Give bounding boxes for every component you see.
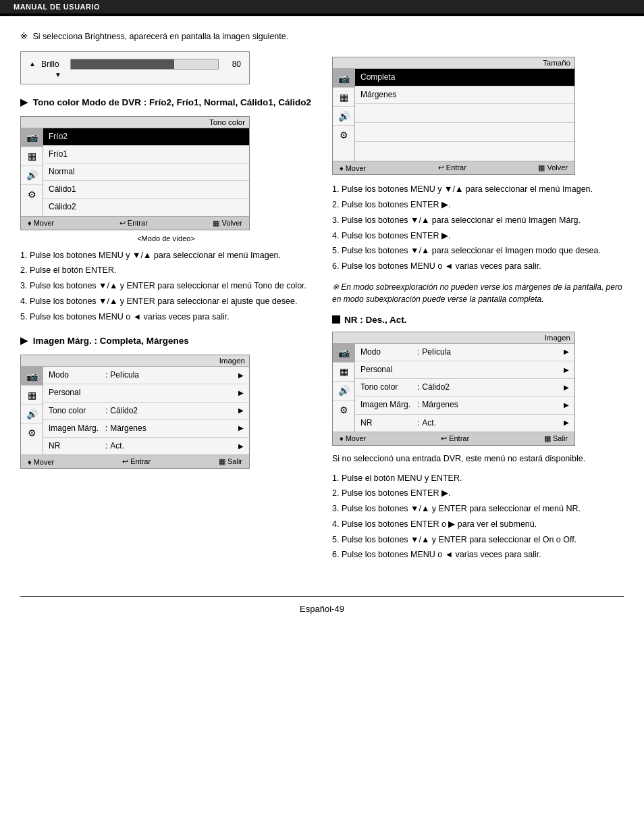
tono-instr-4: Pulse los botones ▼/▲ y ENTER para selec… xyxy=(20,294,312,309)
nr-intro-text: Si no seleccionó una entrada DVR, este m… xyxy=(332,453,624,465)
brightness-up-arrow: ▲ xyxy=(29,60,36,68)
tono-footer: ♦ Mover ↩ Entrar ▦ Volver xyxy=(21,216,249,230)
footer-salir-nr: ▦ Salir xyxy=(544,434,568,443)
icon-speaker-nr: 🔊 xyxy=(333,382,354,401)
icon-speaker-img: 🔊 xyxy=(21,405,43,423)
tamano-instr-5: Pulse los botones ▼/▲ para seleccionar e… xyxy=(332,243,624,259)
icon-speaker-tam: 🔊 xyxy=(333,107,354,126)
imagen-menu-title: Imagen xyxy=(21,355,249,367)
tamano-menu-body: 📷 ▦ 🔊 ⚙ Completa Márgenes xyxy=(333,69,574,161)
tamano-instructions: Pulse los botones MENU y ▼/▲ para selecc… xyxy=(332,182,624,274)
tamano-menu-box: Tamaño 📷 ▦ 🔊 ⚙ Completa Márgenes ♦ Mover xyxy=(332,57,575,175)
left-column: ※ Si selecciona Brightness, aparecerá en… xyxy=(20,30,312,569)
footer-mover-tono: ♦ Mover xyxy=(28,219,54,228)
nr-instr-6: Pulse los botones MENU o ◄ varias veces … xyxy=(332,547,624,563)
page-number: Español-49 xyxy=(300,604,344,614)
brightness-fill xyxy=(71,59,174,69)
nr-instr-2: Pulse los botones ENTER ▶. xyxy=(332,486,624,501)
tamano-icons-col: 📷 ▦ 🔊 ⚙ xyxy=(333,69,355,161)
footer-entrar-nr: ↩ Entrar xyxy=(441,434,469,443)
nr-menu-box: Imagen 📷 ▦ 🔊 ⚙ Modo : Película ▶ xyxy=(332,332,575,446)
tamano-empty-3 xyxy=(355,142,574,161)
tamano-menu-title: Tamaño xyxy=(333,57,574,69)
footer-salir-img: ▦ Salir xyxy=(219,457,242,466)
nr-icons-col: 📷 ▦ 🔊 ⚙ xyxy=(333,344,355,432)
brightness-box: ▲ Brillo 80 ▼ xyxy=(20,51,250,84)
nr-instr-4: Pulse los botones ENTER o ▶ para ver el … xyxy=(332,517,624,532)
footer-mover-tam: ♦ Mover xyxy=(340,163,366,172)
header-bar: MANUAL DE USUARIO xyxy=(0,0,644,15)
nr-kv-tono: Tono color : Cálido2 ▶ xyxy=(355,379,574,396)
footer-divider xyxy=(20,596,624,597)
nr-instr-3: Pulse los botones ▼/▲ y ENTER para selec… xyxy=(332,501,624,517)
tono-instr-3: Pulse los botones ▼/▲ y ENTER para selec… xyxy=(20,278,312,294)
tono-instr-1: Pulse los botones MENU y ▼/▲ para selecc… xyxy=(20,248,312,263)
tamano-empty-2 xyxy=(355,123,574,142)
tamano-items-col: Completa Márgenes xyxy=(355,69,574,161)
footer-entrar-img: ↩ Entrar xyxy=(122,457,151,466)
nr-kv-modo: Modo : Película ▶ xyxy=(355,344,574,361)
brightness-row: ▲ Brillo 80 xyxy=(29,57,241,71)
tono-item-frio2: Frío2 xyxy=(43,128,249,146)
tono-item-normal: Normal xyxy=(43,163,249,181)
tamano-empty-1 xyxy=(355,104,574,123)
brightness-down-arrow: ▼ xyxy=(29,71,241,78)
nr-instr-5: Pulse los botones ▼/▲ y ENTER para selec… xyxy=(332,532,624,548)
imagen-icons-col: 📷 ▦ 🔊 ⚙ xyxy=(21,367,43,455)
icon-grid-tam: ▦ xyxy=(333,88,354,107)
nr-heading-square xyxy=(332,315,340,324)
imagen-menu-box: Imagen 📷 ▦ 🔊 ⚙ Modo : Película ▶ xyxy=(20,355,250,469)
tamano-note: ※ En modo sobreexploración no pueden ver… xyxy=(332,281,624,305)
page-footer: Español-49 xyxy=(0,604,644,627)
tono-section-heading: ▶ Tono color Modo de DVR : Frío2, Frío1,… xyxy=(20,97,312,109)
tono-items-col: Frío2 Frío1 Normal Cálido1 Cálido2 xyxy=(43,128,249,216)
icon-gear: ⚙ xyxy=(21,185,43,204)
imagen-kv-marg: Imagen Márg. : Márgenes ▶ xyxy=(43,420,249,438)
footer-volver-tam: ▦ Volver xyxy=(538,163,568,172)
tamano-instr-3: Pulse los botones ▼/▲ para seleccionar e… xyxy=(332,213,624,228)
footer-volver-tono: ▦ Volver xyxy=(213,219,242,228)
tamano-instr-2: Pulse los botones ENTER ▶. xyxy=(332,197,624,213)
imagen-section-heading: ▶ Imagen Márg. : Completa, Márgenes xyxy=(20,335,312,348)
nr-instr-1: Pulse el botón MENU y ENTER. xyxy=(332,471,624,486)
icon-speaker: 🔊 xyxy=(21,166,43,185)
imagen-items-col: Modo : Película ▶ Personal ▶ Tono color … xyxy=(43,367,249,455)
icon-gear-img: ⚙ xyxy=(21,423,43,442)
brightness-value: 80 xyxy=(224,59,241,69)
brightness-note: ※ Si selecciona Brightness, aparecerá en… xyxy=(20,30,312,43)
footer-entrar-tono: ↩ Entrar xyxy=(119,219,148,228)
tono-icons-col: 📷 ▦ 🔊 ⚙ xyxy=(21,128,43,216)
tamano-item-completa: Completa xyxy=(355,69,574,86)
page-content: ※ Si selecciona Brightness, aparecerá en… xyxy=(0,16,644,596)
nr-items-col: Modo : Película ▶ Personal ▶ Tono color … xyxy=(355,344,574,432)
tono-item-calido2: Cálido2 xyxy=(43,199,249,215)
tono-item-frio1: Frío1 xyxy=(43,146,249,163)
right-column: Tamaño 📷 ▦ 🔊 ⚙ Completa Márgenes ♦ Mover xyxy=(332,30,624,569)
footer-mover-nr: ♦ Mover xyxy=(340,434,366,443)
tono-instr-2: Pulse el botón ENTER. xyxy=(20,263,312,278)
imagen-menu-body: 📷 ▦ 🔊 ⚙ Modo : Película ▶ Personal xyxy=(21,367,249,455)
icon-gear-nr: ⚙ xyxy=(333,401,354,419)
tamano-footer: ♦ Mover ↩ Entrar ▦ Volver xyxy=(333,161,574,174)
footer-entrar-tam: ↩ Entrar xyxy=(438,163,466,172)
tamano-instr-4: Pulse los botones ENTER ▶. xyxy=(332,228,624,244)
nr-instructions: Pulse el botón MENU y ENTER. Pulse los b… xyxy=(332,471,624,563)
mode-label: <Modo de vídeo> xyxy=(20,234,312,242)
brightness-bar xyxy=(70,59,219,70)
nr-menu-body: 📷 ▦ 🔊 ⚙ Modo : Película ▶ Personal xyxy=(333,344,574,432)
tono-menu-body: 📷 ▦ 🔊 ⚙ Frío2 Frío1 Normal Cálido1 Cálid… xyxy=(21,128,249,216)
tono-instr-5: Pulse los botones MENU o ◄ varias veces … xyxy=(20,309,312,325)
footer-mover-img: ♦ Mover xyxy=(28,457,54,466)
imagen-kv-tono: Tono color : Cálido2 ▶ xyxy=(43,403,249,420)
nr-menu-title: Imagen xyxy=(333,332,574,344)
imagen-footer: ♦ Mover ↩ Entrar ▦ Salir xyxy=(21,455,249,468)
imagen-kv-nr: NR : Act. ▶ xyxy=(43,438,249,455)
brightness-label: Brillo xyxy=(41,59,65,69)
icon-camera: 📷 xyxy=(21,128,43,147)
tono-instructions: Pulse los botones MENU y ▼/▲ para selecc… xyxy=(20,248,312,325)
icon-camera-img: 📷 xyxy=(21,367,43,386)
tono-item-calido1: Cálido1 xyxy=(43,181,249,199)
icon-camera-tam: 📷 xyxy=(333,69,354,88)
tamano-instr-1: Pulse los botones MENU y ▼/▲ para selecc… xyxy=(332,182,624,197)
nr-kv-personal: Personal ▶ xyxy=(355,361,574,379)
